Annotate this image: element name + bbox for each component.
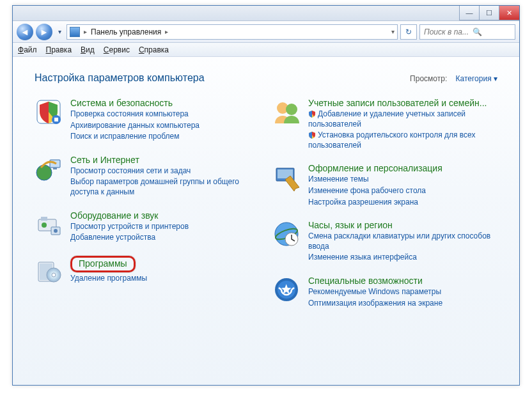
- page-title: Настройка параметров компьютера: [35, 72, 205, 84]
- search-input[interactable]: Поиск в па... 🔍: [419, 24, 515, 40]
- right-column: Учетные записи пользователей и семейн...…: [272, 98, 497, 308]
- category-body: Оборудование и звукПросмотр устройств и …: [70, 210, 189, 243]
- view-by-label: Просмотр:: [410, 74, 447, 83]
- category-link[interactable]: Архивирование данных компьютера: [70, 121, 199, 131]
- category-title[interactable]: Оформление и персонализация: [308, 163, 442, 173]
- category-body: Сеть и ИнтернетПросмотр состояния сети и…: [70, 155, 260, 198]
- category-link[interactable]: Изменение языка интерфейса: [308, 253, 497, 263]
- refresh-button[interactable]: ↻: [400, 24, 417, 40]
- category-link[interactable]: Установка родительского контроля для все…: [308, 130, 497, 150]
- user-accounts-icon[interactable]: [272, 98, 301, 126]
- breadcrumb-sep[interactable]: ▸: [165, 28, 168, 35]
- category-link[interactable]: Просмотр устройств и принтеров: [70, 222, 189, 232]
- category-link[interactable]: Смена раскладки клавиатуры или других сп…: [308, 231, 497, 251]
- address-bar[interactable]: ▸ Панель управления ▸ ▾: [66, 24, 398, 40]
- menu-edit[interactable]: Правка: [46, 45, 72, 54]
- category-item: Система и безопасностьПроверка состояния…: [35, 98, 260, 142]
- category-title[interactable]: Система и безопасность: [70, 98, 199, 108]
- category-link[interactable]: Оптимизация изображения на экране: [308, 299, 442, 309]
- category-body: Учетные записи пользователей и семейн...…: [308, 98, 497, 150]
- category-link[interactable]: Настройка разрешения экрана: [308, 198, 442, 208]
- category-title[interactable]: Специальные возможности: [308, 276, 442, 286]
- titlebar: — ☐ ✕: [13, 6, 519, 21]
- category-body: Специальные возможностиРекомендуемые Win…: [308, 276, 442, 308]
- forward-button[interactable]: ►: [36, 24, 52, 40]
- category-body: Оформление и персонализацияИзменение тем…: [308, 163, 442, 207]
- menu-help[interactable]: Справка: [139, 45, 169, 54]
- view-by-dropdown[interactable]: Категория ▾: [456, 74, 497, 83]
- content-area: Настройка параметров компьютера Просмотр…: [13, 57, 519, 385]
- category-item: ПрограммыУдаление программы: [35, 256, 260, 284]
- menu-bar: Файл Правка Вид Сервис Справка: [13, 43, 519, 57]
- system-security-icon[interactable]: [35, 98, 63, 126]
- breadcrumb-sep: ▸: [84, 28, 87, 35]
- nav-toolbar: ◄ ► ▾ ▸ Панель управления ▸ ▾ ↻ Поиск в …: [13, 21, 519, 43]
- minimize-button[interactable]: —: [459, 6, 480, 20]
- category-link[interactable]: Выбор параметров домашней группы и общег…: [70, 177, 260, 197]
- view-by: Просмотр: Категория ▾: [410, 74, 497, 83]
- category-link[interactable]: Рекомендуемые Windows параметры: [308, 287, 442, 297]
- search-icon[interactable]: 🔍: [473, 27, 482, 36]
- category-body: Система и безопасностьПроверка состояния…: [70, 98, 199, 142]
- category-link[interactable]: Удаление программы: [70, 274, 147, 284]
- category-link[interactable]: Изменение темы: [308, 175, 442, 185]
- nav-history-dropdown[interactable]: ▾: [55, 28, 64, 35]
- maximize-button[interactable]: ☐: [479, 6, 499, 20]
- category-title[interactable]: Сеть и Интернет: [70, 155, 260, 165]
- control-panel-window: — ☐ ✕ ◄ ► ▾ ▸ Панель управления ▸ ▾ ↻ По…: [12, 5, 520, 386]
- uac-shield-icon: [308, 131, 316, 139]
- programs-icon[interactable]: [35, 256, 63, 284]
- category-body: ПрограммыУдаление программы: [70, 256, 147, 284]
- close-button[interactable]: ✕: [499, 6, 519, 20]
- category-item: Сеть и ИнтернетПросмотр состояния сети и…: [35, 155, 260, 198]
- category-link[interactable]: Просмотр состояния сети и задач: [70, 166, 260, 176]
- category-title-highlighted[interactable]: Программы: [70, 256, 136, 272]
- category-columns: Система и безопасностьПроверка состояния…: [35, 98, 497, 308]
- category-link[interactable]: Добавление устройства: [70, 233, 189, 243]
- breadcrumb-text[interactable]: Панель управления: [91, 27, 161, 36]
- clock-language-region-icon[interactable]: [272, 220, 301, 248]
- category-link[interactable]: Проверка состояния компьютера: [70, 109, 199, 120]
- left-column: Система и безопасностьПроверка состояния…: [35, 98, 260, 308]
- menu-view[interactable]: Вид: [81, 45, 95, 54]
- category-item: Специальные возможностиРекомендуемые Win…: [272, 276, 497, 308]
- category-item: Оборудование и звукПросмотр устройств и …: [35, 210, 260, 243]
- category-link[interactable]: Поиск и исправление проблем: [70, 132, 199, 142]
- category-link[interactable]: Добавление и удаление учетных записей по…: [308, 109, 497, 129]
- category-body: Часы, язык и регионСмена раскладки клави…: [308, 220, 497, 263]
- menu-file[interactable]: Файл: [18, 45, 37, 54]
- address-dropdown[interactable]: ▾: [391, 28, 395, 35]
- content-header: Настройка параметров компьютера Просмотр…: [35, 72, 497, 84]
- hardware-sound-icon[interactable]: [35, 210, 63, 239]
- uac-shield-icon: [308, 110, 316, 118]
- network-internet-icon[interactable]: [35, 155, 63, 183]
- search-placeholder: Поиск в па...: [424, 27, 469, 36]
- category-title[interactable]: Учетные записи пользователей и семейн...: [308, 98, 497, 108]
- category-title[interactable]: Часы, язык и регион: [308, 220, 497, 230]
- category-title[interactable]: Оборудование и звук: [70, 210, 189, 221]
- category-link[interactable]: Изменение фона рабочего стола: [308, 186, 442, 196]
- control-panel-icon: [70, 27, 80, 37]
- category-item: Часы, язык и регионСмена раскладки клави…: [272, 220, 497, 263]
- menu-tools[interactable]: Сервис: [104, 45, 130, 54]
- category-item: Оформление и персонализацияИзменение тем…: [272, 163, 497, 207]
- appearance-icon[interactable]: [272, 163, 301, 191]
- category-item: Учетные записи пользователей и семейн...…: [272, 98, 497, 150]
- back-button[interactable]: ◄: [17, 24, 33, 40]
- ease-of-access-icon[interactable]: [272, 276, 301, 304]
